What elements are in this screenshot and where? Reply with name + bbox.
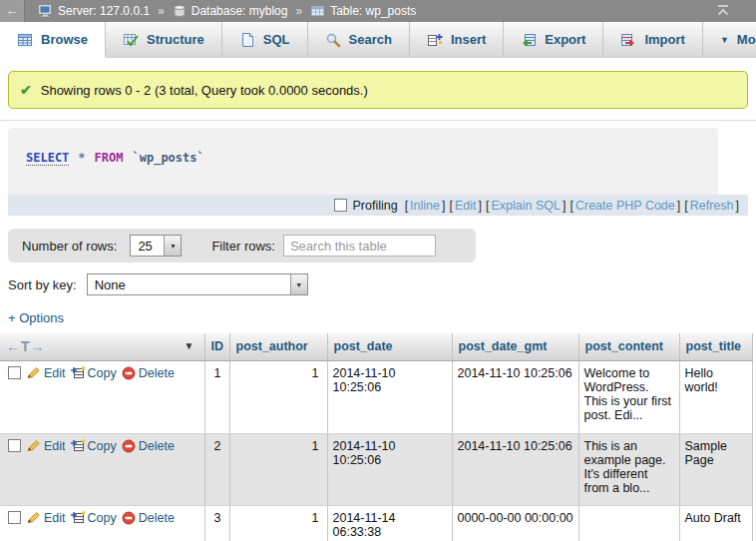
rows-per-page-select[interactable]: 25 ▼ — [130, 235, 182, 257]
copy-icon — [71, 511, 85, 524]
column-header-post-date-gmt[interactable]: post_date_gmt — [452, 333, 578, 360]
delete-icon — [122, 439, 136, 453]
inline-link[interactable]: Inline — [410, 199, 440, 213]
row-actions-cell: Edit Copy Delete — [0, 505, 204, 541]
tab-search[interactable]: Search — [308, 22, 410, 57]
back-button[interactable]: ← — [0, 0, 25, 22]
breadcrumb-separator: » — [295, 4, 302, 18]
delete-link[interactable]: Delete — [122, 439, 175, 453]
tab-label: Browse — [41, 32, 88, 47]
edit-link[interactable]: Edit — [26, 439, 66, 453]
table-row: Edit Copy Delete 2 1 2014-11-10 10:25:06… — [0, 433, 752, 505]
cell-post-date-gmt: 0000-00-00 00:00:00 — [452, 505, 578, 541]
delete-link[interactable]: Delete — [122, 366, 175, 380]
copy-label: Copy — [88, 439, 117, 453]
tab-structure[interactable]: Structure — [106, 22, 222, 57]
number-of-rows-label: Number of rows: — [22, 239, 117, 254]
copy-link[interactable]: Copy — [71, 511, 117, 525]
table-icon — [310, 4, 325, 18]
sql-keyword-select[interactable]: SELECT — [26, 151, 69, 166]
delete-link[interactable]: Delete — [122, 511, 175, 525]
edit-query-link[interactable]: Edit — [455, 199, 477, 213]
rows-control-bar: Number of rows: 25 ▼ Filter rows: — [8, 229, 476, 263]
import-icon — [620, 32, 636, 48]
column-header-actions[interactable]: ←T→ ▼ — [0, 333, 204, 360]
profiling-checkbox[interactable] — [334, 199, 347, 212]
column-header-post-title[interactable]: post_title — [679, 333, 752, 360]
table-filter-input[interactable] — [283, 235, 436, 257]
results-table: ←T→ ▼ ID post_author post_date post_date… — [0, 333, 753, 541]
cell-post-author: 1 — [229, 433, 327, 505]
breadcrumb-table[interactable]: Table: wp_posts — [310, 4, 416, 18]
bracket: ] — [736, 199, 739, 213]
breadcrumb-table-label: Table: wp_posts — [330, 4, 416, 18]
edit-label: Edit — [44, 511, 66, 525]
collapse-navigation-button[interactable] — [716, 4, 730, 19]
rows-per-page-value: 25 — [131, 239, 159, 254]
table-row: Edit Copy Delete 3 1 2014-11-14 06:33:38… — [0, 505, 752, 541]
pencil-icon — [26, 366, 41, 379]
breadcrumb-database-label: Database: myblog — [191, 4, 288, 18]
copy-icon — [71, 366, 85, 379]
cell-post-date: 2014-11-10 10:25:06 — [327, 360, 452, 433]
cell-post-title: Hello world! — [679, 360, 752, 433]
breadcrumb-bar: ← Server: 127.0.0.1 » Database: myblog »… — [0, 0, 756, 22]
tab-label: SQL — [263, 32, 290, 47]
sort-caret-icon[interactable]: ▼ — [185, 340, 194, 351]
options-toggle-link[interactable]: + Options — [8, 310, 64, 325]
status-message-text: Showing rows 0 - 2 (3 total, Query took … — [41, 83, 368, 98]
breadcrumb-database[interactable]: Database: myblog — [173, 4, 288, 18]
row-checkbox[interactable] — [8, 366, 21, 379]
edit-link[interactable]: Edit — [26, 511, 66, 525]
structure-icon — [123, 32, 139, 48]
column-header-post-date[interactable]: post_date — [327, 333, 452, 360]
column-header-id[interactable]: ID — [204, 333, 229, 360]
tab-label: Insert — [451, 32, 486, 47]
bracket: [ — [449, 199, 452, 213]
copy-link[interactable]: Copy — [71, 366, 117, 380]
cell-post-title: Sample Page — [679, 433, 752, 505]
tab-insert[interactable]: Insert — [410, 22, 504, 57]
tab-import[interactable]: Import — [603, 22, 702, 57]
cell-id: 2 — [204, 433, 229, 505]
copy-icon — [71, 439, 85, 452]
tab-more[interactable]: ▼ More — [703, 22, 756, 57]
edit-label: Edit — [44, 439, 66, 453]
breadcrumb-server-label: Server: 127.0.0.1 — [58, 4, 150, 18]
tab-label: Import — [644, 32, 684, 47]
row-checkbox[interactable] — [8, 439, 21, 452]
section-divider — [0, 120, 756, 121]
tab-label: Structure — [147, 32, 204, 47]
cell-post-author: 1 — [229, 505, 327, 541]
chevron-down-icon: ▼ — [290, 274, 307, 294]
pencil-icon — [26, 439, 41, 452]
back-arrow-icon: ← — [6, 3, 19, 18]
breadcrumb-server[interactable]: Server: 127.0.0.1 — [38, 4, 150, 18]
tab-label: Export — [545, 32, 585, 47]
sort-by-key-select[interactable]: None ▼ — [87, 273, 308, 295]
status-message: ✔ Showing rows 0 - 2 (3 total, Query too… — [8, 71, 748, 109]
tab-browse[interactable]: Browse — [0, 22, 106, 57]
sort-by-key-label: Sort by key: — [8, 277, 77, 292]
sql-star: * — [78, 151, 85, 165]
bracket: [ — [684, 199, 687, 213]
browse-icon — [17, 32, 33, 48]
column-header-post-content[interactable]: post_content — [578, 333, 679, 360]
breadcrumb: Server: 127.0.0.1 » Database: myblog » T… — [38, 4, 416, 18]
success-check-icon: ✔ — [20, 82, 32, 98]
row-checkbox[interactable] — [8, 511, 21, 524]
chevron-down-icon: ▼ — [720, 35, 729, 45]
pencil-icon — [26, 511, 41, 524]
move-columns-icon[interactable]: ←T→ — [6, 338, 46, 354]
cell-post-date-gmt: 2014-11-10 10:25:06 — [452, 360, 578, 433]
explain-sql-link[interactable]: Explain SQL — [491, 199, 560, 213]
refresh-link[interactable]: Refresh — [690, 199, 734, 213]
tab-sql[interactable]: SQL — [222, 22, 308, 57]
export-icon — [521, 32, 537, 48]
copy-link[interactable]: Copy — [71, 439, 117, 453]
column-header-post-author[interactable]: post_author — [229, 333, 327, 360]
edit-link[interactable]: Edit — [26, 366, 66, 380]
tab-export[interactable]: Export — [504, 22, 603, 57]
insert-icon — [427, 32, 443, 48]
create-php-code-link[interactable]: Create PHP Code — [575, 199, 675, 213]
